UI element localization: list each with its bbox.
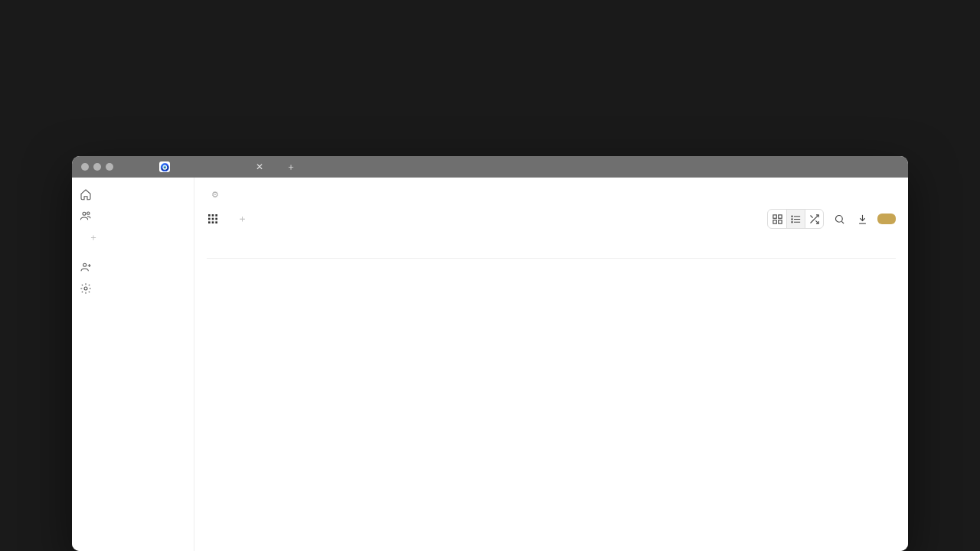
svg-rect-13 [773, 214, 776, 217]
svg-point-1 [87, 212, 90, 214]
sidebar-settings[interactable] [72, 278, 194, 299]
toolbar: ＋ [207, 209, 896, 229]
svg-rect-12 [215, 221, 217, 223]
col-repeat[interactable] [387, 240, 459, 250]
app: ＋ ⚙ [72, 178, 908, 551]
view-toggle [767, 209, 824, 229]
titlebar: 🧿 ✕ ＋ [72, 156, 908, 178]
traffic-lights[interactable] [81, 163, 113, 171]
hero-subtitle [0, 35, 980, 60]
shuffle-view-icon[interactable] [805, 210, 823, 228]
svg-rect-11 [212, 221, 214, 223]
hero [0, 0, 980, 60]
svg-rect-9 [215, 218, 217, 220]
svg-rect-15 [773, 220, 776, 223]
plus-icon: ＋ [89, 231, 98, 244]
svg-point-22 [792, 221, 792, 222]
breadcrumb: ⚙ [207, 190, 896, 200]
svg-rect-6 [215, 214, 217, 217]
sidebar-add-new-group[interactable]: ＋ [72, 227, 194, 249]
svg-rect-14 [778, 214, 781, 217]
svg-point-3 [84, 287, 87, 290]
crumb-gear-icon[interactable]: ⚙ [211, 190, 219, 200]
sidebar: ＋ [72, 178, 194, 551]
sidebar-home[interactable] [72, 184, 194, 205]
col-interval[interactable] [693, 240, 769, 250]
col-ltv[interactable] [459, 240, 540, 250]
traffic-close[interactable] [81, 163, 89, 171]
download-icon[interactable] [854, 211, 870, 227]
svg-line-24 [841, 221, 844, 223]
tab-chips: ＋ [207, 211, 249, 227]
tab-close-icon[interactable]: ✕ [256, 161, 263, 172]
svg-rect-4 [208, 214, 211, 217]
svg-rect-7 [208, 218, 211, 220]
search-icon[interactable] [831, 211, 847, 227]
svg-rect-10 [208, 221, 211, 223]
new-tab-icon[interactable]: ＋ [286, 161, 296, 174]
toolbar-right [767, 209, 896, 229]
list-view-icon[interactable] [786, 210, 805, 228]
sidebar-customer-segments[interactable] [72, 205, 194, 227]
svg-point-20 [792, 216, 792, 217]
svg-point-21 [792, 218, 792, 219]
traffic-max[interactable] [106, 163, 113, 171]
add-user-icon [80, 261, 92, 273]
svg-point-2 [83, 263, 87, 266]
browser-tab[interactable]: 🧿 ✕ ＋ [159, 161, 296, 174]
svg-point-0 [83, 212, 86, 215]
gear-icon [80, 282, 92, 295]
traffic-min[interactable] [93, 163, 101, 171]
table-header [207, 240, 896, 259]
svg-rect-16 [778, 220, 781, 223]
home-icon [80, 188, 92, 201]
sidebar-template-showcase[interactable] [72, 256, 194, 278]
svg-rect-8 [212, 218, 214, 220]
users-icon [80, 210, 92, 222]
svg-rect-5 [212, 214, 214, 217]
apps-icon[interactable] [207, 213, 219, 225]
segments-table [207, 240, 896, 259]
grid-view-icon[interactable] [768, 210, 786, 228]
create-new-button[interactable] [877, 214, 896, 224]
add-tab-icon[interactable]: ＋ [236, 211, 249, 227]
main: ⚙ ＋ [194, 178, 908, 551]
tab-all[interactable] [224, 217, 227, 220]
browser-window: 🧿 ✕ ＋ ＋ [72, 156, 908, 551]
favicon-icon: 🧿 [159, 161, 170, 172]
svg-point-23 [835, 215, 842, 222]
